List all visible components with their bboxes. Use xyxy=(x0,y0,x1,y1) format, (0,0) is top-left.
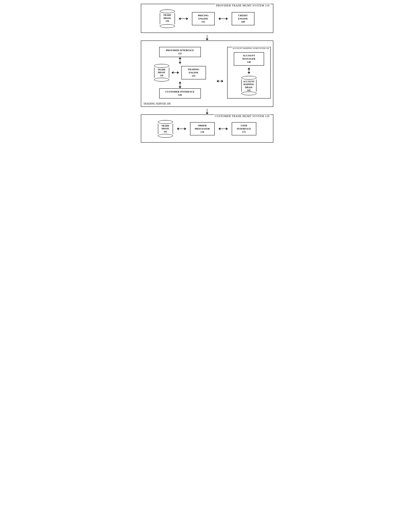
pricing-credit-arrow xyxy=(218,17,228,20)
dbase-pricing-arrow xyxy=(179,17,188,20)
trading-engine-box: TRADING ENGINE 135 xyxy=(181,66,206,79)
diagram: PROVIDER TRADE MGMT SYSTEM 110 TRADE DBA… xyxy=(141,4,273,142)
account-mapping-dbase: ACCOUNT MAPPING DBASE 145 xyxy=(241,76,256,95)
customer-trade-dbase: TRADE DBASE 165 xyxy=(158,120,173,138)
trading-to-account-arrow-container xyxy=(217,64,223,99)
customer-trade-label: CUSTOMER TRADE MGMT SYSTEM 120 xyxy=(214,114,270,118)
account-manager-box: ACCOUNT MANAGER 140 xyxy=(234,52,264,66)
server-to-customer-trade-arrow xyxy=(206,113,208,114)
trading-server-box: PROVIDER INTERFACE 125 xyxy=(141,40,273,107)
account-mapping-subsystem-box: ACCOUNT MAPPING SUBSYSTEM 138 ACCOUNT MA… xyxy=(227,47,271,99)
trading-trade-dbase: TRADE DBASE 130 xyxy=(154,64,169,82)
trading-trade-dbase-label: TRADE DBASE 130 xyxy=(155,67,169,78)
account-mapping-dbase-label: ACCOUNT MAPPING DBASE 145 xyxy=(242,79,256,93)
pricing-engine-box: PRICING ENGINE 155 xyxy=(192,12,215,26)
order-processor-box: ORDER PROCESSOR 170 xyxy=(190,122,215,136)
customer-trade-dbase-label: TRADE DBASE 165 xyxy=(158,124,173,134)
trading-server-label: TRADING SERVER 100 xyxy=(144,102,171,105)
credit-engine-box: CREDIT ENGINE 160 xyxy=(232,12,254,26)
trading-server-left: PROVIDER INTERFACE 125 xyxy=(144,47,217,99)
order-user-interface-arrow xyxy=(218,127,228,130)
customer-trade-mgmt-box: CUSTOMER TRADE MGMT SYSTEM 120 TRADE DBA… xyxy=(141,114,273,142)
account-mapping-subsystem-label: ACCOUNT MAPPING SUBSYSTEM 138 xyxy=(232,47,269,49)
provider-trade-label: PROVIDER TRADE MGMT SYSTEM 110 xyxy=(215,4,270,7)
provider-trade-dbase-label: TRADE DBASE 150 xyxy=(160,13,175,23)
provider-to-trading-arrow xyxy=(179,57,181,64)
account-manager-dbase-arrow xyxy=(248,67,250,74)
trading-account-arrow xyxy=(217,80,223,83)
provider-trade-to-server-arrow xyxy=(206,38,208,40)
customer-interface-box: CUSTOMER INTERFACE 128 xyxy=(159,88,201,99)
dbase-trading-arrow xyxy=(171,71,179,74)
trading-to-customer-arrow xyxy=(179,82,181,88)
provider-trade-dbase: TRADE DBASE 150 xyxy=(160,10,175,28)
user-interface-box: USER INTERFACE 175 xyxy=(232,122,256,136)
provider-trade-mgmt-box: PROVIDER TRADE MGMT SYSTEM 110 TRADE DBA… xyxy=(141,4,273,33)
provider-interface-box: PROVIDER INTERFACE 125 xyxy=(159,47,201,57)
customer-dbase-order-arrow xyxy=(177,127,186,130)
